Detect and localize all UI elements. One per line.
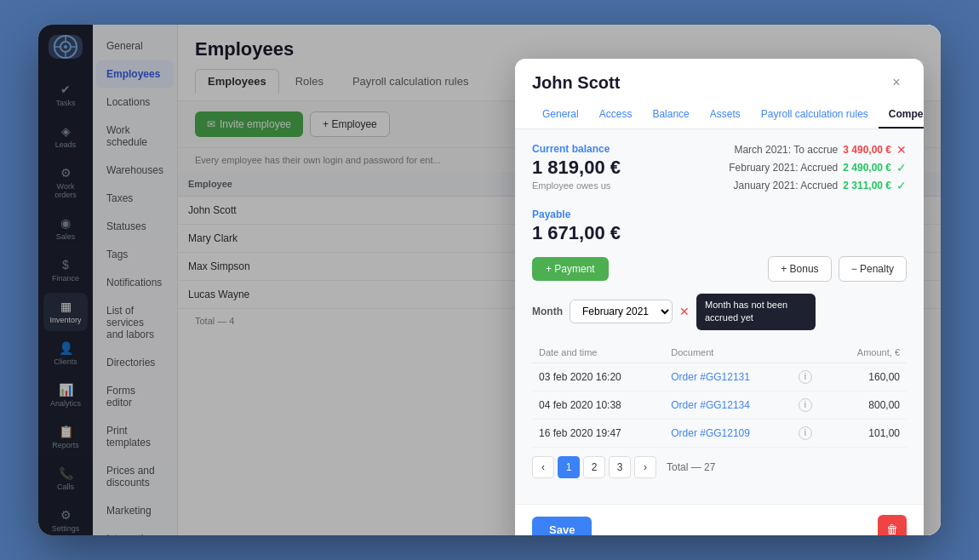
transaction-amount: 160,00	[829, 363, 907, 391]
transaction-info: i	[792, 419, 829, 447]
feb-check-icon: ✓	[896, 161, 907, 174]
transaction-document: Order #GG12134	[664, 391, 792, 419]
accrual-summary: March 2021: To accrue 3 490,00 € ✕ Febru…	[729, 143, 907, 197]
current-balance-block: Current balance 1 819,00 € Employee owes…	[532, 143, 621, 197]
transaction-amount: 800,00	[829, 391, 907, 419]
jan-check-icon: ✓	[896, 179, 907, 192]
page-3-button[interactable]: 3	[609, 456, 631, 478]
transaction-datetime: 03 feb 2020 16:20	[532, 363, 664, 391]
col-document: Document	[664, 342, 792, 363]
transactions-table: Date and time Document Amount, € 03 feb …	[532, 342, 907, 448]
current-balance-amount: 1 819,00 €	[532, 157, 621, 179]
payable-section: Payable 1 671,00 €	[532, 209, 907, 244]
col-amount: Amount, €	[829, 342, 907, 363]
modal-body: Current balance 1 819,00 € Employee owes…	[515, 129, 924, 504]
col-datetime: Date and time	[532, 342, 664, 363]
delete-button[interactable]: 🗑	[878, 515, 907, 535]
info-icon[interactable]: i	[799, 370, 812, 384]
transaction-document: Order #GG12109	[664, 419, 792, 447]
modal-header: John Scott ×	[515, 59, 924, 93]
current-balance-label: Current balance	[532, 143, 621, 155]
next-page-button[interactable]: ›	[634, 456, 656, 478]
month-clear-icon[interactable]: ✕	[679, 305, 690, 318]
modal-tab-access[interactable]: Access	[589, 101, 643, 129]
page-1-button[interactable]: 1	[558, 456, 580, 478]
not-accrued-tooltip: Month has not been accrued yet	[696, 294, 816, 330]
transaction-datetime: 04 feb 2020 10:38	[532, 391, 664, 419]
accrual-row-january: January 2021: Accrued 2 311,00 € ✓	[729, 179, 907, 192]
transaction-row: 16 feb 2020 19:47 Order #GG12109 i 101,0…	[532, 419, 907, 447]
bonus-button[interactable]: + Bonus	[768, 256, 831, 282]
modal-close-button[interactable]: ×	[886, 72, 907, 93]
accrual-row-march: March 2021: To accrue 3 490,00 € ✕	[729, 143, 907, 157]
transaction-document: Order #GG12131	[664, 363, 792, 391]
modal-footer: Save 🗑	[515, 504, 924, 535]
modal-tab-assets[interactable]: Assets	[700, 101, 751, 129]
month-row: Month February 2021 ✕ Month has not been…	[532, 294, 907, 330]
march-x-icon: ✕	[896, 143, 907, 157]
modal-tab-compensation[interactable]: Compensation	[879, 101, 924, 129]
payment-button[interactable]: + Payment	[532, 257, 609, 281]
jan-label: January 2021: Accrued	[734, 180, 839, 191]
prev-page-button[interactable]: ‹	[532, 456, 554, 478]
modal-tabs: General Access Balance Assets Payroll ca…	[515, 101, 924, 129]
modal-tab-balance[interactable]: Balance	[642, 101, 699, 129]
balance-section: Current balance 1 819,00 € Employee owes…	[532, 143, 907, 197]
transaction-row: 04 feb 2020 10:38 Order #GG12134 i 800,0…	[532, 391, 907, 419]
employee-owes-label: Employee owes us	[532, 180, 621, 191]
modal-title: John Scott	[532, 73, 620, 93]
jan-amount: 2 311,00 €	[843, 180, 891, 191]
info-icon[interactable]: i	[799, 426, 812, 440]
accrual-row-february: February 2021: Accrued 2 490,00 € ✓	[729, 161, 907, 174]
save-button[interactable]: Save	[532, 517, 592, 536]
info-icon[interactable]: i	[799, 398, 812, 412]
month-label: Month	[532, 306, 563, 317]
march-amount: 3 490,00 €	[843, 144, 891, 156]
pagination: ‹ 1 2 3 › Total — 27	[532, 448, 907, 478]
trash-icon: 🗑	[886, 523, 898, 535]
page-total: Total — 27	[667, 461, 715, 473]
transaction-info: i	[792, 363, 829, 391]
page-2-button[interactable]: 2	[583, 456, 605, 478]
action-bar: + Payment + Bonus − Penalty	[532, 256, 907, 282]
feb-label: February 2021: Accrued	[729, 162, 838, 174]
transaction-row: 03 feb 2020 16:20 Order #GG12131 i 160,0…	[532, 363, 907, 391]
penalty-button[interactable]: − Penalty	[839, 256, 907, 282]
month-select[interactable]: February 2021	[570, 300, 673, 323]
transaction-info: i	[792, 391, 829, 419]
payable-amount: 1 671,00 €	[532, 222, 907, 244]
transaction-datetime: 16 feb 2020 19:47	[532, 419, 664, 447]
employee-modal: John Scott × General Access Balance Asse…	[515, 59, 924, 535]
payable-label: Payable	[532, 209, 907, 220]
transaction-amount: 101,00	[829, 419, 907, 447]
modal-tab-general[interactable]: General	[532, 101, 589, 129]
march-label: March 2021: To accrue	[734, 144, 838, 156]
modal-tab-payroll-calc[interactable]: Payroll calculation rules	[751, 101, 879, 129]
feb-amount: 2 490,00 €	[843, 162, 891, 174]
